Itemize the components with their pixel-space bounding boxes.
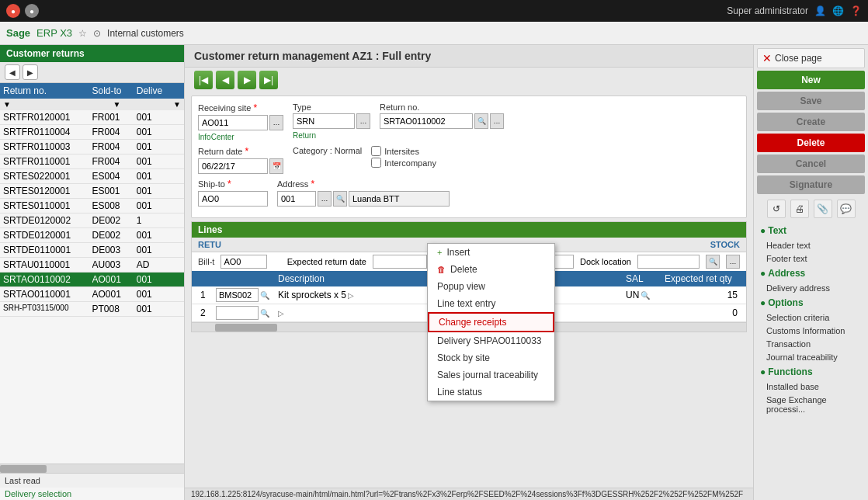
gray-circle-btn[interactable]: ● (25, 4, 39, 18)
options-section-title[interactable]: ● Options (757, 296, 865, 310)
address-code-input[interactable] (277, 191, 316, 207)
list-item[interactable]: SRTDE0120002DE0021 (0, 214, 184, 228)
installed-base-link[interactable]: Installed base (757, 381, 865, 392)
star-icon[interactable]: ☆ (78, 28, 87, 39)
horizontal-scrollbar[interactable] (0, 464, 184, 473)
context-line-status[interactable]: Line status (428, 384, 554, 401)
type-input[interactable] (293, 113, 355, 129)
dock-location-input[interactable] (637, 255, 700, 269)
address-browse-btn[interactable]: … (318, 191, 332, 207)
list-item[interactable]: SRTDE0120001DE002001 (0, 228, 184, 243)
type-btn[interactable]: … (356, 113, 370, 129)
list-item[interactable]: SRTFR0110001FR004001 (0, 155, 184, 169)
filter-icon[interactable]: ▼ (3, 100, 11, 109)
expected-return-date-input[interactable] (373, 255, 427, 269)
customs-info-link[interactable]: Customs Information (757, 325, 865, 336)
create-button[interactable]: Create (757, 113, 865, 131)
filter-icon2[interactable]: ▼ (113, 100, 120, 109)
context-stock-by-site[interactable]: Stock by site (428, 349, 554, 366)
address-section-title[interactable]: ● Address (757, 266, 865, 280)
list-item[interactable]: SRTFR0120001FR001001 (0, 110, 184, 125)
list-item[interactable]: SRTAO0110001AO001001 (0, 287, 184, 302)
print-icon[interactable]: 🖨 (790, 200, 809, 218)
context-delete[interactable]: 🗑 Delete (428, 261, 554, 278)
left-panel: Customer returns ◀ ▶ Return no. Sold-to … (0, 45, 185, 500)
returns-label[interactable]: RETU (198, 240, 221, 249)
red-circle-btn[interactable]: ● (6, 4, 20, 18)
globe-icon[interactable]: 🌐 (832, 5, 844, 16)
list-item-selected[interactable]: SRTAO0110002AO001001 (0, 273, 184, 287)
list-item[interactable]: SRTES0220001ES004001 (0, 169, 184, 184)
ship-to-input[interactable] (198, 191, 268, 207)
delivery-address-link[interactable]: Delivery address (757, 283, 865, 293)
footer-text-link[interactable]: Footer text (757, 253, 865, 264)
list-item[interactable]: SRTES0110001ES008001 (0, 199, 184, 214)
functions-section-title[interactable]: ● Functions (757, 365, 865, 379)
paperclip-icon[interactable]: 📎 (814, 200, 832, 218)
info-center-link[interactable]: InfoCenter (198, 133, 283, 141)
category-label: Category : Normal (293, 146, 362, 155)
journal-traceability-link[interactable]: Journal traceability (757, 352, 865, 363)
receiving-site-input[interactable] (198, 115, 268, 130)
return-date-input[interactable] (198, 158, 268, 174)
refresh-icon[interactable]: ↺ (767, 200, 786, 218)
context-popup-view[interactable]: Popup view (428, 278, 554, 295)
bill-input[interactable] (220, 255, 267, 269)
intersites-checkbox[interactable] (371, 146, 381, 156)
list-item[interactable]: SRTFR0110003FR004001 (0, 140, 184, 155)
header-text-link[interactable]: Header text (757, 240, 865, 251)
row2-code-input[interactable] (216, 306, 259, 320)
context-delivery[interactable]: Delivery SHPAO0110033 (428, 332, 554, 349)
context-line-text[interactable]: Line text entry (428, 295, 554, 312)
help-icon[interactable]: ❓ (850, 5, 862, 16)
receiving-site-btn[interactable]: … (269, 115, 283, 130)
sage-exchange-link[interactable]: Sage Exchange processi... (757, 394, 865, 415)
dock-browse-btn[interactable]: … (726, 255, 740, 269)
intercompany-checkbox[interactable] (371, 158, 381, 168)
return-no-browse-btn[interactable]: … (490, 113, 504, 129)
list-item[interactable]: SRTES0120001ES001001 (0, 184, 184, 199)
return-no-input[interactable] (380, 113, 473, 129)
new-button[interactable]: New (757, 71, 865, 89)
signature-button[interactable]: Signature (757, 175, 865, 194)
close-page-btn[interactable]: ✕ Close page (757, 48, 865, 68)
nav-back-btn[interactable]: ◀ (216, 71, 234, 89)
address-search-btn[interactable]: 🔍 (333, 191, 347, 207)
cancel-button[interactable]: Cancel (757, 155, 865, 173)
user-icon[interactable]: 👤 (814, 5, 826, 16)
return-date-cal-btn[interactable]: 📅 (269, 158, 283, 174)
lines-tab[interactable]: Lines (198, 224, 222, 235)
row2-search-btn[interactable]: 🔍 (260, 309, 269, 318)
home-icon[interactable]: ⊙ (93, 28, 101, 39)
list-item[interactable]: SRTFR0110004FR004001 (0, 125, 184, 140)
nav-prev-btn[interactable]: ◀ (5, 64, 20, 80)
list-item[interactable]: SRH-PT03115/000PT008001 (0, 302, 184, 317)
nav-last-btn[interactable]: ▶| (259, 71, 278, 89)
dock-search-btn[interactable]: 🔍 (706, 255, 720, 269)
save-button[interactable]: Save (757, 92, 865, 110)
type-input-wrap: … (293, 113, 370, 129)
transaction-link[interactable]: Transaction (757, 339, 865, 349)
nav-forward-btn[interactable]: ▶ (238, 71, 256, 89)
selection-criteria-link[interactable]: Selection criteria (757, 312, 865, 323)
text-section-title[interactable]: ● Text (757, 224, 865, 238)
stock-label[interactable]: STOCK (710, 240, 740, 249)
row1-code-input[interactable] (216, 288, 259, 302)
address-name-input[interactable] (349, 191, 450, 207)
list-item[interactable]: SRTDE0110001DE003001 (0, 243, 184, 258)
context-change-receipts[interactable]: Change receipts (428, 312, 554, 332)
list-item[interactable]: SRTAU0110001AU003AD (0, 258, 184, 273)
delete-button[interactable]: Delete (757, 134, 865, 152)
context-insert[interactable]: + Insert (428, 244, 554, 261)
filter-icon3[interactable]: ▼ (173, 100, 181, 109)
chat-icon[interactable]: 💬 (837, 200, 856, 218)
popup-label: Popup view (437, 281, 485, 292)
nav-first-btn[interactable]: |◀ (194, 71, 213, 89)
row1-search-btn[interactable]: 🔍 (260, 291, 269, 300)
delivery-selection-link[interactable]: Delivery selection (0, 488, 184, 500)
return-link[interactable]: Return (293, 131, 370, 140)
nav-next-btn[interactable]: ▶ (23, 64, 38, 80)
context-sales-journal[interactable]: Sales journal traceability (428, 366, 554, 384)
ship-to-input-wrap (198, 191, 268, 207)
return-no-search-btn[interactable]: 🔍 (474, 113, 488, 129)
